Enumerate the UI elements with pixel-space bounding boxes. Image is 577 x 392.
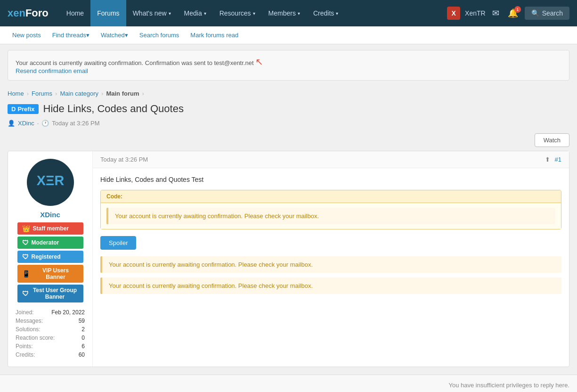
stat-points: Points: 6 <box>16 342 85 351</box>
main-content: Your account is currently awaiting confi… <box>0 50 577 392</box>
post-container: XΞR XDinc 👑 Staff member 🛡 Moderator 🛡 R… <box>8 151 569 367</box>
post-author-username[interactable]: XDinc <box>40 211 60 219</box>
badge-staff: 👑 Staff member <box>17 222 83 235</box>
alert-arrow-icon: ↖ <box>255 57 263 67</box>
stat-messages: Messages: 59 <box>16 317 85 325</box>
resend-email-link[interactable]: Resend confirmation email <box>16 67 88 74</box>
code-content: Your account is currently awaiting confi… <box>101 203 561 229</box>
resources-arrow: ▾ <box>253 11 255 16</box>
badge-test-label: Test User Group Banner <box>32 287 79 300</box>
post-text: Hide Links, Codes and Quotes Test <box>100 176 561 183</box>
stat-solutions-label: Solutions: <box>16 326 41 333</box>
stat-credits-label: Credits: <box>16 351 35 358</box>
warning-box-2: Your account is currently awaiting confi… <box>100 278 561 294</box>
svg-text:XΞR: XΞR <box>36 173 64 188</box>
subnav-search-forums[interactable]: Search forums <box>135 26 184 44</box>
subnav-new-posts[interactable]: New posts <box>8 26 46 44</box>
breadcrumb-sep-1: › <box>27 90 29 97</box>
post-number: #1 <box>555 156 561 163</box>
badge-moderator: 🛡 Moderator <box>17 237 83 249</box>
stat-joined-label: Joined: <box>16 309 34 316</box>
watch-button[interactable]: Watch <box>535 133 569 147</box>
notifications-icon[interactable]: 🔔1 <box>506 8 520 18</box>
badge-vip-label: VIP Users Banner <box>33 267 79 280</box>
nav-whats-new[interactable]: What's new▾ <box>126 0 178 26</box>
find-threads-arrow: ▾ <box>86 32 89 39</box>
breadcrumb: Home › Forums › Main category › Main for… <box>0 86 577 101</box>
breadcrumb-current: Main forum <box>106 90 139 97</box>
thread-meta-sep: · <box>37 120 39 127</box>
alert-box: Your account is currently awaiting confi… <box>8 50 569 81</box>
whats-new-arrow: ▾ <box>169 11 171 16</box>
thread-title-area: DPrefix Hide Links, Codes and Quotes <box>0 101 577 120</box>
nav-credits[interactable]: Credits▾ <box>307 0 345 26</box>
mail-icon[interactable]: ✉ <box>490 8 501 18</box>
username-header[interactable]: XenTR <box>465 9 486 17</box>
post-date: Today at 3:26 PM <box>100 156 148 163</box>
sub-nav: New posts Find threads▾ Watched▾ Search … <box>0 26 577 44</box>
media-arrow: ▾ <box>204 11 206 16</box>
share-icon[interactable]: ⬆ <box>545 156 550 163</box>
thread-meta: 👤 XDinc · 🕐 Today at 3:26 PM <box>0 120 577 131</box>
stat-credits: Credits: 60 <box>16 351 85 359</box>
stat-joined: Joined: Feb 20, 2022 <box>16 308 85 317</box>
breadcrumb-forums[interactable]: Forums <box>32 90 52 97</box>
header-right: X XenTR ✉ 🔔1 🔍 Search <box>447 7 569 20</box>
code-message: Your account is currently awaiting confi… <box>106 208 555 224</box>
nav-media[interactable]: Media▾ <box>178 0 213 26</box>
warning-box-1: Your account is currently awaiting confi… <box>100 256 561 273</box>
breadcrumb-home[interactable]: Home <box>8 90 24 97</box>
test-icon: 🛡 <box>22 290 29 297</box>
search-icon: 🔍 <box>531 9 539 17</box>
breadcrumb-sep-4: › <box>142 90 144 97</box>
stat-points-label: Points: <box>16 343 33 350</box>
breadcrumb-sep-2: › <box>55 90 57 97</box>
reg-icon: 🛡 <box>22 253 29 261</box>
subnav-find-threads[interactable]: Find threads▾ <box>48 26 94 44</box>
nav-resources[interactable]: Resources▾ <box>213 0 262 26</box>
breadcrumb-sep-3: › <box>101 90 103 97</box>
post-content: Today at 3:26 PM ⬆ #1 Hide Links, Codes … <box>93 151 569 367</box>
header: xenForo Home Forums What's new▾ Media▾ R… <box>0 0 577 26</box>
watch-area: Watch <box>0 131 577 151</box>
breadcrumb-main-category[interactable]: Main category <box>60 90 98 97</box>
badge-reg-label: Registered <box>32 253 61 260</box>
logo-foro: Foro <box>25 7 49 19</box>
nav-home[interactable]: Home <box>60 0 90 26</box>
stat-solutions: Solutions: 2 <box>16 325 85 334</box>
post-sidebar: XΞR XDinc 👑 Staff member 🛡 Moderator 🛡 R… <box>8 151 93 367</box>
alert-message: Your account is currently awaiting confi… <box>16 59 254 66</box>
logo-xen: xen <box>8 7 25 19</box>
prefix-text: Prefix <box>17 106 34 113</box>
code-label: Code: <box>101 190 561 203</box>
stat-solutions-value: 2 <box>81 326 85 333</box>
badge-test: 🛡 Test User Group Banner <box>17 285 83 302</box>
subnav-mark-read[interactable]: Mark forums read <box>186 26 243 44</box>
search-button[interactable]: 🔍 Search <box>525 7 569 20</box>
user-avatar-small[interactable]: X <box>447 7 460 20</box>
stat-reaction: Reaction score: 0 <box>16 334 85 342</box>
staff-icon: 👑 <box>22 225 30 232</box>
badge-mod-label: Moderator <box>32 239 59 246</box>
search-label: Search <box>542 9 563 17</box>
thread-date: Today at 3:26 PM <box>52 120 99 127</box>
credits-arrow: ▾ <box>336 11 338 16</box>
spoiler-button[interactable]: Spoiler <box>100 236 136 250</box>
thread-author-link[interactable]: XDinc <box>18 120 34 127</box>
members-arrow: ▾ <box>298 11 300 16</box>
stat-reaction-label: Reaction score: <box>16 335 55 341</box>
reply-box: You have insufficient privileges to repl… <box>0 375 577 392</box>
code-block: Code: Your account is currently awaiting… <box>100 190 561 229</box>
thread-title: Hide Links, Codes and Quotes <box>43 103 184 115</box>
stat-messages-value: 59 <box>79 318 85 324</box>
avatar-image: XΞR <box>32 163 69 201</box>
subnav-watched[interactable]: Watched▾ <box>96 26 133 44</box>
mod-icon: 🛡 <box>22 239 29 246</box>
site-logo[interactable]: xenForo <box>8 7 49 19</box>
vip-icon: 📱 <box>22 270 30 278</box>
avatar: XΞR <box>27 159 74 206</box>
badge-staff-label: Staff member <box>33 225 69 232</box>
thread-prefix[interactable]: DPrefix <box>8 104 39 114</box>
nav-members[interactable]: Members▾ <box>262 0 307 26</box>
nav-forums[interactable]: Forums <box>90 0 126 26</box>
